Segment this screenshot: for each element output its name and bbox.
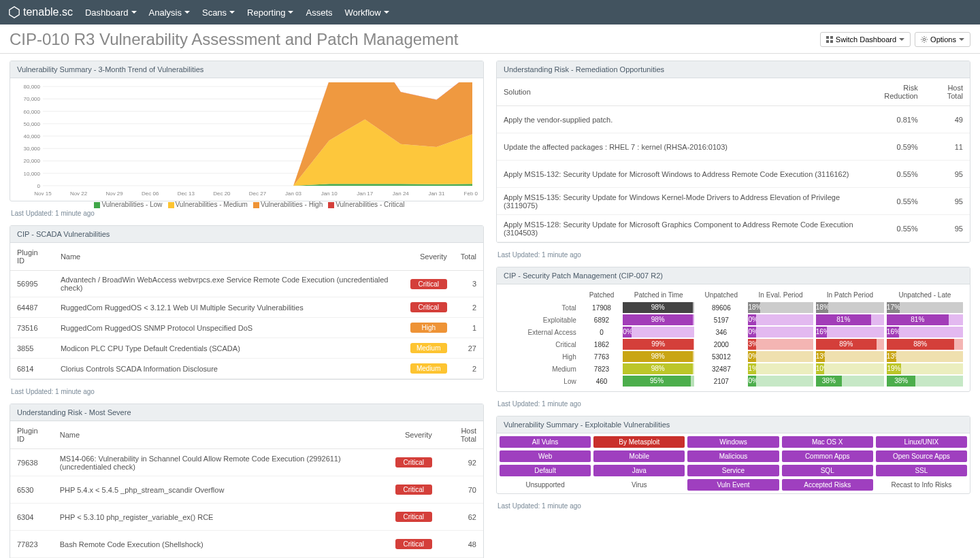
- table-row[interactable]: 64487RuggedCom RuggedOS < 3.12.1 Web UI …: [10, 297, 483, 318]
- vuln-name: PHP 5.4.x < 5.4.5 _php_stream_scandir Ov…: [53, 476, 389, 504]
- pct-bar[interactable]: 0%: [748, 314, 813, 325]
- table-row[interactable]: 73516RuggedCom RuggedOS SNMP Protocol Un…: [10, 318, 483, 338]
- pct-bar[interactable]: 3%: [748, 339, 813, 350]
- severity-badge: Critical: [395, 457, 432, 467]
- pct-bar[interactable]: 0%: [748, 376, 813, 387]
- pct-bar[interactable]: 0%: [623, 327, 694, 338]
- filter-pill[interactable]: SSL: [876, 465, 967, 476]
- filter-pill[interactable]: Default: [500, 465, 591, 476]
- pct-bar[interactable]: 98%: [623, 314, 694, 325]
- filter-pill[interactable]: SQL: [782, 465, 873, 476]
- filter-pill[interactable]: Accepted Risks: [782, 479, 873, 491]
- switch-dashboard-button[interactable]: Switch Dashboard: [820, 32, 911, 47]
- pct-bar[interactable]: 16%: [887, 327, 963, 338]
- nav-analysis[interactable]: Analysis: [149, 7, 190, 18]
- nav-assets[interactable]: Assets: [306, 7, 332, 18]
- matrix-row: High776398%530120%13%13%: [502, 350, 964, 363]
- filter-pill[interactable]: Service: [687, 465, 779, 476]
- filter-pill[interactable]: Windows: [687, 436, 779, 448]
- pct-bar[interactable]: 19%: [887, 363, 963, 374]
- pct-bar[interactable]: 98%: [623, 302, 694, 313]
- table-row[interactable]: 56995Advantech / BroadWin WebAccess webv…: [10, 271, 483, 297]
- trend-chart[interactable]: 80,00070,00060,00050,00040,00030,00020,0…: [16, 82, 478, 198]
- pct-bar[interactable]: 13%: [816, 351, 884, 362]
- filter-pill[interactable]: Open Source Apps: [876, 450, 967, 462]
- filter-pill[interactable]: By Metasploit: [593, 436, 685, 448]
- nav-scans[interactable]: Scans: [202, 7, 235, 18]
- table-row[interactable]: 6814Clorius Controls SCADA Information D…: [10, 359, 483, 379]
- pct-bar[interactable]: 17%: [887, 302, 963, 313]
- pct-bar[interactable]: 0%: [748, 351, 813, 362]
- svg-text:20,000: 20,000: [24, 158, 41, 164]
- pct-bar[interactable]: 18%: [748, 302, 813, 313]
- panel-title: CIP - SCADA Vulnerabilities: [10, 226, 483, 243]
- plugin-id: 73516: [10, 318, 54, 338]
- pct-bar[interactable]: 89%: [816, 339, 884, 350]
- nav-reporting[interactable]: Reporting: [247, 7, 293, 18]
- pct-bar[interactable]: 0%: [748, 327, 813, 338]
- pct-bar[interactable]: 81%: [816, 314, 884, 325]
- filter-pill[interactable]: Malicious: [687, 450, 779, 462]
- matrix-row: External Access00%3460%16%16%: [502, 326, 964, 338]
- remediation-table: SolutionRisk ReductionHost TotalApply th…: [497, 78, 970, 242]
- nav-dashboard[interactable]: Dashboard: [85, 7, 137, 18]
- table-row[interactable]: 6530PHP 5.4.x < 5.4.5 _php_stream_scandi…: [10, 476, 483, 504]
- pct-bar[interactable]: 38%: [816, 376, 884, 387]
- options-button[interactable]: Options: [915, 32, 970, 47]
- pct-bar[interactable]: 38%: [887, 376, 963, 387]
- plugin-id: 77823: [10, 531, 53, 558]
- filter-pill[interactable]: Vuln Event: [687, 479, 779, 491]
- pct-bar[interactable]: 98%: [623, 351, 694, 362]
- brand-logo[interactable]: tenable.sc: [8, 6, 73, 18]
- severity-badge: High: [410, 323, 447, 333]
- svg-text:Dec 06: Dec 06: [142, 191, 159, 197]
- filter-pill[interactable]: Unsupported: [500, 479, 591, 491]
- host-total: 11: [925, 133, 970, 161]
- total: 27: [454, 338, 483, 359]
- severe-panel: Understanding Risk - Most Severe Plugin …: [10, 404, 484, 558]
- last-updated: Last Updated: 1 minute ago: [496, 499, 970, 512]
- filter-pill[interactable]: Mac OS X: [782, 436, 873, 448]
- filter-pill[interactable]: Recast to Info Risks: [876, 479, 967, 491]
- pct-bar[interactable]: 16%: [816, 327, 884, 338]
- nav-workflow[interactable]: Workflow: [345, 7, 389, 18]
- vuln-name: Modicon PLC CPU Type Default Credentials…: [54, 338, 404, 359]
- table-row[interactable]: Apply MS15-132: Security Update for Micr…: [497, 161, 970, 188]
- pct-bar[interactable]: 81%: [887, 314, 963, 325]
- filter-pill[interactable]: Common Apps: [782, 450, 873, 462]
- pct-bar[interactable]: 88%: [887, 339, 963, 350]
- filter-pill[interactable]: All Vulns: [500, 436, 591, 448]
- filter-pill[interactable]: Linux/UNIX: [876, 436, 967, 448]
- risk-reduction: 0.59%: [862, 133, 925, 161]
- table-row[interactable]: 77823Bash Remote Code Execution (Shellsh…: [10, 531, 483, 558]
- filter-pill[interactable]: Web: [500, 450, 591, 462]
- svg-text:Jan 31: Jan 31: [428, 191, 444, 197]
- table-row[interactable]: Apply MS15-128: Security Update for Micr…: [497, 215, 970, 242]
- filter-pill[interactable]: Virus: [593, 479, 685, 491]
- matrix-row: Critical186299%20003%89%88%: [502, 338, 964, 350]
- table-row[interactable]: 79638MS14-066: Vulnerability in Schannel…: [10, 449, 483, 476]
- filter-pill[interactable]: Mobile: [593, 450, 685, 462]
- filter-pill[interactable]: Java: [593, 465, 685, 476]
- pct-bar[interactable]: 13%: [887, 351, 963, 362]
- risk-reduction: 0.55%: [862, 161, 925, 188]
- table-row[interactable]: 6304PHP < 5.3.10 php_register_variable_e…: [10, 504, 483, 531]
- pct-bar[interactable]: 99%: [623, 339, 694, 350]
- pct-bar[interactable]: 1%: [748, 363, 813, 374]
- pct-bar[interactable]: 95%: [623, 376, 694, 387]
- pct-bar[interactable]: 10%: [816, 363, 884, 374]
- chevron-down-icon: [288, 11, 293, 14]
- vuln-name: RuggedCom RuggedOS < 3.12.1 Web UI Multi…: [54, 297, 404, 318]
- table-row[interactable]: 3855Modicon PLC CPU Type Default Credent…: [10, 338, 483, 359]
- row-label: External Access: [502, 326, 582, 338]
- table-row[interactable]: Apply MS15-135: Security Update for Wind…: [497, 188, 970, 215]
- trend-panel: Vulnerability Summary - 3-Month Trend of…: [10, 61, 484, 201]
- last-updated: Last Updated: 1 minute ago: [496, 397, 970, 410]
- svg-text:Dec 20: Dec 20: [213, 191, 231, 197]
- table-row[interactable]: Update the affected packages : RHEL 7 : …: [497, 133, 970, 161]
- pct-bar[interactable]: 98%: [623, 363, 694, 374]
- plugin-id: 56995: [10, 271, 54, 297]
- pct-bar[interactable]: 18%: [816, 302, 884, 313]
- svg-text:10,000: 10,000: [24, 171, 41, 177]
- table-row[interactable]: Apply the vendor-supplied patch.0.81%49: [497, 106, 970, 133]
